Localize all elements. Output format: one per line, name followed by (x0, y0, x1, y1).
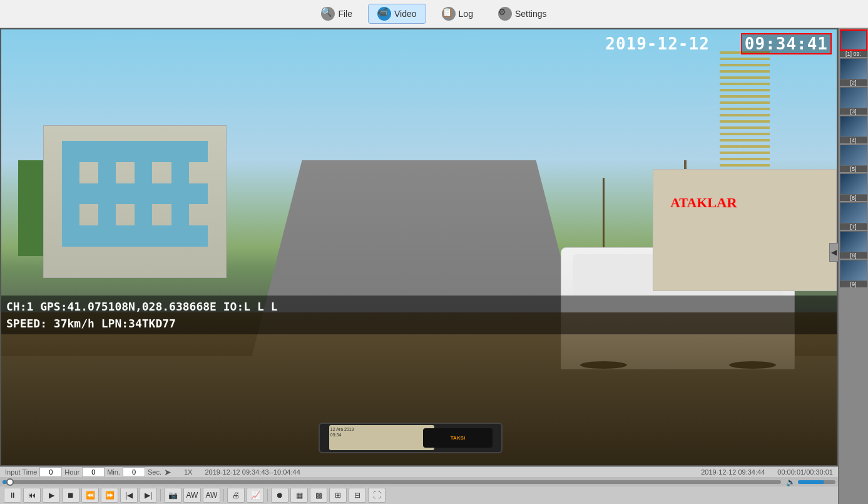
record-button[interactable]: ⏺ (271, 488, 288, 503)
building (43, 125, 227, 278)
gps-screen: 12 Ara 2019 09:34 (329, 425, 434, 450)
input-time-label: Input Time (5, 468, 37, 476)
play-button[interactable]: ▶ (43, 488, 60, 503)
chart-button[interactable]: 📈 (247, 488, 264, 503)
print-button[interactable]: 🖨 (227, 488, 245, 503)
collapse-panel-button[interactable]: ◀ (829, 243, 838, 262)
video-display[interactable]: ATAKLAR 12 Ara 2019 09:34 TAKSI (0, 28, 838, 466)
step-back-button[interactable]: ⏮ (23, 488, 41, 503)
thumbnail-5[interactable]: [5] (840, 145, 867, 172)
building-windows (62, 141, 208, 247)
fast-button[interactable]: ⏩ (101, 488, 118, 503)
bottom-bar: Input Time Hour Min. Sec. ➤ 1X 2019-12-1… (0, 466, 838, 504)
thumbnail-label-9: [9] (840, 281, 867, 287)
volume-icon: 🔊 (786, 478, 795, 486)
sec-label: Sec. (148, 468, 161, 476)
min-input[interactable] (82, 467, 105, 477)
thumbnail-label-5: [5] (840, 166, 867, 172)
volume-bar[interactable] (798, 480, 835, 484)
progress-bar-row: 🔊 (0, 478, 838, 486)
gps-line1: CH:1 GPS:41.075108N,028.638668E IO:L L L (6, 298, 832, 315)
thumbnail-image-8 (840, 231, 867, 252)
thumbnail-image-5 (840, 145, 867, 166)
separator2 (223, 489, 224, 501)
prev-file-button[interactable]: |◀ (120, 488, 138, 503)
nav-video-label: Video (394, 9, 417, 19)
thumbnail-4[interactable]: [4] (840, 116, 867, 143)
thumbnail-image-3 (840, 87, 867, 108)
video-panel: ATAKLAR 12 Ara 2019 09:34 TAKSI (0, 28, 838, 504)
stop-button[interactable]: ⏹ (62, 488, 79, 503)
thumbnail-label-7: [7] (840, 224, 867, 230)
slow-button[interactable]: ⏪ (81, 488, 99, 503)
thumbnail-label-3: [3] (840, 108, 867, 115)
thumbnail-label-2: [2] (840, 80, 867, 86)
thumbnail-image-7 (840, 202, 867, 224)
nav-video-button[interactable]: 📹 Video (368, 4, 426, 24)
controls-row: ⏸ ⏮ ▶ ⏹ ⏪ ⏩ |◀ ▶| 📷 AW AW 🖨 📈 ⏺ ▦ ▩ ⊞ (0, 486, 838, 504)
grid4-button[interactable]: ⊟ (349, 488, 366, 503)
ataklar-text: ATAKLAR (670, 195, 737, 212)
auto-button[interactable]: AW (183, 488, 201, 503)
grid3-button[interactable]: ⊞ (329, 488, 347, 503)
thumbnail-label-4: [4] (840, 137, 867, 143)
thumbnail-image-2 (840, 58, 867, 80)
timestamp-time: 09:34:41 (741, 33, 832, 54)
go-arrow[interactable]: ➤ (164, 467, 171, 477)
top-navigation: 🔍 File 📹 Video 📋 Log ⚙ Settings (0, 0, 868, 28)
thumbnail-label-6: [6] (840, 195, 867, 201)
gps-screen-text: 12 Ara 2019 09:34 (329, 425, 434, 439)
fullscreen-button[interactable]: ⛶ (368, 488, 385, 503)
timestamp-date: 2019-12-12 (605, 34, 710, 53)
aw-button[interactable]: AW (203, 488, 220, 503)
time-bar: Input Time Hour Min. Sec. ➤ 1X 2019-12-1… (0, 467, 838, 478)
snapshot-button[interactable]: 📷 (164, 488, 181, 503)
main-area: ATAKLAR 12 Ara 2019 09:34 TAKSI (0, 28, 868, 504)
nav-file-label: File (338, 9, 352, 19)
progress-track[interactable] (3, 480, 781, 484)
gps-time-display: 09:34 (330, 432, 433, 438)
progress-thumb[interactable] (6, 478, 14, 486)
nav-settings-button[interactable]: ⚙ Settings (489, 4, 556, 24)
thumbnail-image-9 (840, 260, 867, 281)
separator1 (160, 489, 161, 501)
thumbnail-1[interactable]: [1] 09: (840, 29, 867, 57)
gps-device: 12 Ara 2019 09:34 TAKSI (319, 423, 503, 453)
gps-overlay: CH:1 GPS:41.075108N,028.638668E IO:L L L… (1, 296, 837, 334)
duration-display: 00:00:01/00:30:01 (777, 468, 833, 476)
thumbnail-2[interactable]: [2] (840, 58, 867, 86)
thumbnail-6[interactable]: [6] (840, 173, 867, 201)
nav-log-label: Log (459, 9, 473, 19)
gps-line2: SPEED: 37km/h LPN:34TKD77 (6, 315, 832, 332)
current-time: 2019-12-12 09:34:44 (701, 468, 765, 476)
video-icon: 📹 (377, 7, 391, 21)
thumbnail-image-6 (840, 173, 867, 195)
dashboard: 12 Ara 2019 09:34 TAKSI (1, 312, 837, 465)
thumbnail-7[interactable]: [7] (840, 202, 867, 230)
volume-fill (798, 480, 824, 484)
time-range: 2019-12-12 09:34:43--10:04:44 (205, 468, 300, 476)
log-icon: 📋 (442, 7, 456, 21)
separator3 (267, 489, 268, 501)
hour-input[interactable] (39, 467, 62, 477)
thumbnail-8[interactable]: [8] (840, 231, 867, 259)
thumbnail-label-1: [1] 09: (840, 51, 867, 57)
thumbnail-image-4 (840, 116, 867, 137)
pause-button[interactable]: ⏸ (4, 488, 21, 503)
grid2-button[interactable]: ▩ (310, 488, 327, 503)
sec-input[interactable] (123, 467, 145, 477)
gps-logo: TAKSI (423, 428, 492, 448)
gps-logo-text: TAKSI (451, 435, 465, 441)
nav-file-button[interactable]: 🔍 File (312, 4, 362, 24)
thumbnail-9[interactable]: [9] (840, 260, 867, 287)
min-label: Min. (107, 468, 120, 476)
gps-date-display: 12 Ara 2019 (330, 426, 433, 432)
thumbnail-3[interactable]: [3] (840, 87, 867, 115)
wall (653, 169, 837, 291)
next-file-button[interactable]: ▶| (140, 488, 157, 503)
grid1-button[interactable]: ▦ (290, 488, 308, 503)
nav-log-button[interactable]: 📋 Log (432, 4, 483, 24)
thumbnail-panel: [1] 09:[2][3][4][5][6][7][8][9] (838, 28, 868, 504)
thumbnail-image-1 (840, 29, 867, 51)
timestamp-overlay: 2019-12-12 09:34:41 (605, 34, 832, 53)
